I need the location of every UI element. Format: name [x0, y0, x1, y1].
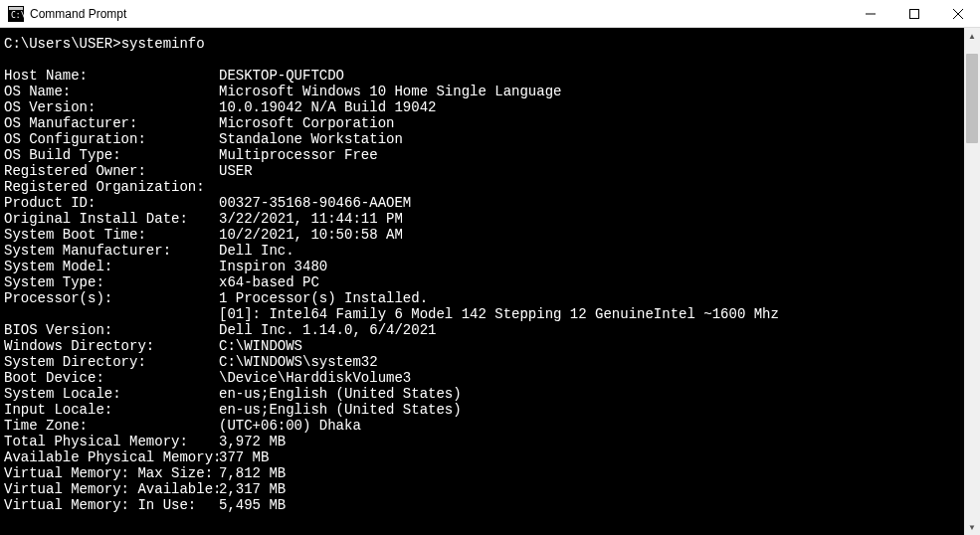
info-value: 377 MB	[219, 449, 269, 465]
info-row: System Manufacturer:Dell Inc.	[4, 243, 960, 259]
info-row: Original Install Date:3/22/2021, 11:44:1…	[4, 211, 960, 227]
info-value: 00327-35168-90466-AAOEM	[219, 195, 411, 211]
info-value: Multiprocessor Free	[219, 147, 378, 163]
info-row: Time Zone:(UTC+06:00) Dhaka	[4, 418, 960, 434]
info-value: x64-based PC	[219, 274, 319, 290]
info-label: Product ID:	[4, 195, 219, 211]
info-value: 7,812 MB	[219, 465, 286, 481]
vertical-scrollbar[interactable]: ▲ ▼	[964, 28, 980, 535]
info-label: Total Physical Memory:	[4, 434, 219, 449]
command-text: systeminfo	[121, 36, 205, 52]
info-label: Original Install Date:	[4, 211, 219, 227]
info-label: Time Zone:	[4, 418, 219, 434]
info-label: Processor(s):	[4, 290, 219, 306]
info-label: BIOS Version:	[4, 322, 219, 338]
info-label: System Boot Time:	[4, 227, 219, 243]
info-row: System Model:Inspiron 3480	[4, 259, 960, 274]
info-label: OS Build Type:	[4, 147, 219, 163]
info-value: en-us;English (United States)	[219, 402, 462, 418]
info-row: Registered Organization:	[4, 179, 960, 195]
info-row: OS Build Type:Multiprocessor Free	[4, 147, 960, 163]
window-title: Command Prompt	[30, 7, 849, 21]
info-value: Inspiron 3480	[219, 259, 327, 274]
info-label: Input Locale:	[4, 402, 219, 418]
info-row: Product ID:00327-35168-90466-AAOEM	[4, 195, 960, 211]
info-label: Virtual Memory: In Use:	[4, 497, 219, 513]
info-row: OS Configuration:Standalone Workstation	[4, 131, 960, 147]
info-value: Standalone Workstation	[219, 131, 403, 147]
info-value: 5,495 MB	[219, 497, 286, 513]
client-area: C:\Users\USER>systeminfoHost Name:DESKTO…	[0, 28, 980, 535]
info-label: Windows Directory:	[4, 338, 219, 354]
info-row: Host Name:DESKTOP-QUFTCDO	[4, 68, 960, 84]
info-value: 1 Processor(s) Installed.	[219, 290, 428, 306]
svg-rect-4	[910, 9, 919, 18]
info-row: Available Physical Memory:377 MB	[4, 449, 960, 465]
info-row: Virtual Memory: Available:2,317 MB	[4, 481, 960, 497]
info-value: USER	[219, 163, 253, 179]
minimize-button[interactable]	[849, 0, 892, 27]
info-row: OS Version:10.0.19042 N/A Build 19042	[4, 99, 960, 115]
svg-rect-1	[9, 7, 23, 10]
info-row: [01]: Intel64 Family 6 Model 142 Steppin…	[4, 306, 960, 322]
info-value: (UTC+06:00) Dhaka	[219, 418, 361, 434]
info-label: Available Physical Memory:	[4, 449, 219, 465]
info-label: System Manufacturer:	[4, 243, 219, 259]
info-label: OS Name:	[4, 84, 219, 99]
info-label: OS Configuration:	[4, 131, 219, 147]
terminal-output[interactable]: C:\Users\USER>systeminfoHost Name:DESKTO…	[0, 28, 964, 535]
info-row: OS Name:Microsoft Windows 10 Home Single…	[4, 84, 960, 99]
close-icon	[953, 9, 963, 19]
info-label: Registered Owner:	[4, 163, 219, 179]
command-line: C:\Users\USER>systeminfo	[4, 36, 960, 52]
info-row: System Directory:C:\WINDOWS\system32	[4, 354, 960, 370]
info-value: 3/22/2021, 11:44:11 PM	[219, 211, 403, 227]
info-label: Registered Organization:	[4, 179, 219, 195]
scroll-up-button[interactable]: ▲	[964, 28, 980, 44]
info-value: en-us;English (United States)	[219, 386, 462, 402]
info-label: System Directory:	[4, 354, 219, 370]
info-value: Dell Inc. 1.14.0, 6/4/2021	[219, 322, 436, 338]
info-row: OS Manufacturer:Microsoft Corporation	[4, 115, 960, 131]
info-row: Virtual Memory: Max Size:7,812 MB	[4, 465, 960, 481]
info-row: Boot Device:\Device\HarddiskVolume3	[4, 370, 960, 386]
info-row: Virtual Memory: In Use:5,495 MB	[4, 497, 960, 513]
info-value: Microsoft Windows 10 Home Single Languag…	[219, 84, 561, 99]
svg-text:C:\: C:\	[11, 11, 24, 20]
info-label: OS Manufacturer:	[4, 115, 219, 131]
maximize-button[interactable]	[892, 0, 936, 27]
info-label: System Type:	[4, 274, 219, 290]
info-value: Dell Inc.	[219, 243, 294, 259]
cmd-icon: C:\	[8, 6, 24, 22]
window-controls	[849, 0, 980, 27]
maximize-icon	[909, 9, 919, 19]
info-value: 10.0.19042 N/A Build 19042	[219, 99, 436, 115]
info-row: Windows Directory:C:\WINDOWS	[4, 338, 960, 354]
info-label: System Locale:	[4, 386, 219, 402]
info-value: C:\WINDOWS	[219, 338, 302, 354]
info-row: System Boot Time:10/2/2021, 10:50:58 AM	[4, 227, 960, 243]
info-label: Virtual Memory: Max Size:	[4, 465, 219, 481]
info-value: Microsoft Corporation	[219, 115, 394, 131]
info-label: Boot Device:	[4, 370, 219, 386]
scroll-track[interactable]	[964, 44, 980, 519]
scroll-down-button[interactable]: ▼	[964, 519, 980, 535]
info-row: Total Physical Memory:3,972 MB	[4, 434, 960, 449]
info-label: Host Name:	[4, 68, 219, 84]
info-label: System Model:	[4, 259, 219, 274]
info-row: Input Locale:en-us;English (United State…	[4, 402, 960, 418]
scroll-thumb[interactable]	[966, 54, 978, 143]
info-value: \Device\HarddiskVolume3	[219, 370, 411, 386]
info-row: Registered Owner:USER	[4, 163, 960, 179]
close-button[interactable]	[936, 0, 980, 27]
info-value: DESKTOP-QUFTCDO	[219, 68, 344, 84]
info-value: [01]: Intel64 Family 6 Model 142 Steppin…	[219, 306, 779, 322]
info-value: 10/2/2021, 10:50:58 AM	[219, 227, 403, 243]
info-row: System Type:x64-based PC	[4, 274, 960, 290]
info-label: Virtual Memory: Available:	[4, 481, 219, 497]
info-row: System Locale:en-us;English (United Stat…	[4, 386, 960, 402]
info-value: C:\WINDOWS\system32	[219, 354, 378, 370]
minimize-icon	[866, 9, 876, 19]
window-titlebar: C:\ Command Prompt	[0, 0, 980, 28]
info-value: 2,317 MB	[219, 481, 286, 497]
